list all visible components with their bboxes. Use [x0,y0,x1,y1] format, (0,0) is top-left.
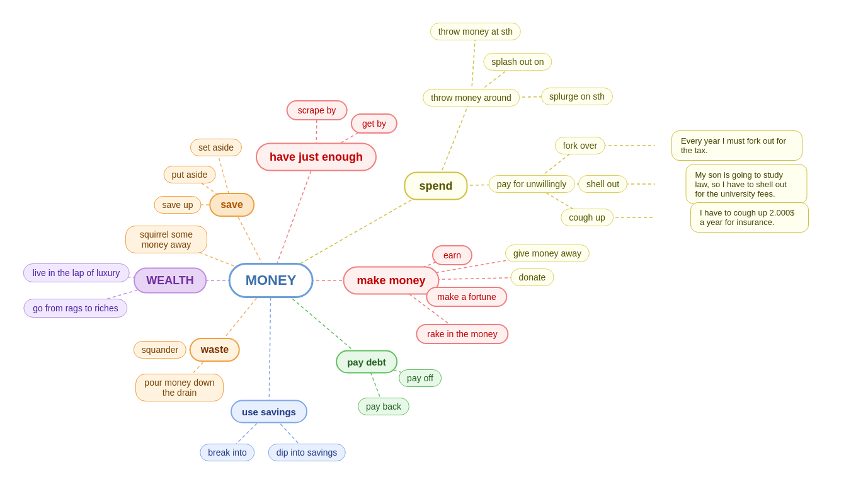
node-shell-out: shell out [578,175,627,193]
node-make-fortune: make a fortune [426,287,507,307]
node-fork-over: fork over [555,137,605,154]
node-dip-into: dip into savings [268,444,346,461]
svg-line-30 [269,280,271,412]
node-make-money: make money [343,267,439,295]
node-donate: donate [511,268,554,286]
node-have-just-enough: have just enough [256,143,377,171]
node-live-luxury: live in the lap of luxury [23,263,130,282]
node-squander: squander [134,341,186,359]
node-go-rags: go from rags to riches [23,299,127,318]
node-put-aside: put aside [164,166,216,183]
node-throw-money-at: throw money at sth [430,23,521,40]
node-pay-debt: pay debt [336,350,397,374]
node-save-up: save up [154,196,201,214]
node-money: MONEY [229,263,314,298]
node-wealth: WEALTH [134,268,207,294]
node-pay-back: pay back [358,398,409,415]
node-pay-off: pay off [399,369,442,387]
node-shell-note: My son is going to study law, so I have … [686,164,808,204]
node-pay-unwillingly: pay for unwillingly [489,175,575,193]
node-cough-up: cough up [561,209,614,226]
mind-map-canvas: MONEY WEALTH save save up set aside put … [0,0,868,484]
node-use-savings: use savings [231,400,307,424]
node-get-by: get by [351,113,397,134]
node-waste: waste [190,338,240,362]
node-fork-note: Every year I must fork out for the tax. [671,130,802,161]
node-squirrel: squirrel some money away [125,226,207,253]
node-give-money-away: give money away [505,245,590,262]
node-save: save [209,193,254,217]
node-pour-money: pour money down the drain [135,374,224,401]
node-throw-money-around: throw money around [423,89,520,107]
node-splash-out: splash out on [483,53,552,71]
svg-line-6 [271,157,316,280]
node-earn: earn [432,245,472,265]
node-scrape-by: scrape by [287,100,348,120]
node-splurge: splurge on sth [541,88,613,105]
node-cough-note: I have to cough up 2.000$ a year for ins… [690,202,809,233]
node-spend: spend [404,172,467,200]
node-rake: rake in the money [416,324,508,344]
svg-line-11 [471,32,476,98]
node-set-aside: set aside [190,139,242,156]
node-break-into: break into [200,444,254,461]
